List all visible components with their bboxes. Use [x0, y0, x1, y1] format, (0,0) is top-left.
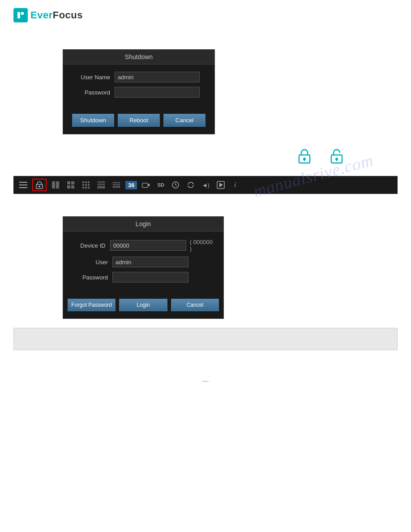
svg-rect-37 [99, 186, 101, 187]
svg-rect-29 [99, 181, 101, 183]
reboot-button[interactable]: Reboot [118, 114, 160, 127]
svg-rect-15 [67, 181, 70, 184]
shutdown-dialog: Shutdown User Name Password Shutdown Reb… [63, 49, 215, 134]
svg-rect-0 [17, 12, 20, 18]
camera-icon[interactable] [140, 180, 152, 190]
svg-rect-26 [85, 187, 87, 189]
username-input[interactable] [115, 72, 200, 82]
device-id-hint: ( 000000 ) [190, 239, 214, 252]
svg-rect-30 [101, 181, 103, 183]
shutdown-button[interactable]: Shutdown [72, 114, 114, 127]
svg-rect-61 [116, 187, 116, 188]
svg-rect-34 [101, 184, 103, 185]
menu-icon[interactable] [17, 180, 30, 190]
grid2-icon[interactable] [49, 180, 62, 190]
svg-rect-54 [113, 186, 114, 187]
cancel-button[interactable]: Cancel [163, 114, 206, 127]
login-dialog: Login Device ID ( 000000 ) User Password… [63, 216, 224, 319]
grid4-icon[interactable] [64, 180, 77, 190]
toolbar-lock-icon[interactable] [32, 179, 47, 191]
svg-rect-47 [117, 182, 118, 183]
shutdown-dialog-body: User Name Password [63, 64, 214, 109]
login-buttons: Forgot Password Login Cancel [63, 294, 223, 318]
svg-rect-18 [71, 185, 74, 189]
svg-rect-22 [82, 184, 84, 186]
sd-icon[interactable]: SD [155, 181, 166, 189]
svg-rect-45 [114, 182, 115, 183]
login-dialog-title: Login [63, 217, 223, 232]
svg-rect-9 [19, 184, 27, 185]
svg-rect-43 [103, 187, 105, 189]
svg-rect-19 [82, 181, 84, 183]
clock-icon[interactable] [169, 180, 182, 190]
svg-rect-52 [117, 184, 118, 185]
svg-marker-72 [219, 183, 223, 187]
svg-rect-21 [88, 181, 90, 183]
svg-rect-17 [67, 185, 70, 189]
user-input[interactable] [112, 257, 188, 267]
play-icon[interactable] [214, 180, 227, 190]
shutdown-buttons: Shutdown Reboot Cancel [63, 109, 214, 134]
svg-point-12 [39, 186, 40, 188]
svg-rect-59 [113, 187, 114, 188]
svg-line-68 [176, 185, 177, 186]
header: EverFocus [0, 0, 411, 27]
forgot-password-button[interactable]: Forgot Password [68, 299, 116, 311]
svg-rect-41 [99, 187, 101, 189]
svg-rect-42 [101, 187, 103, 189]
login-password-field: Password [72, 272, 214, 283]
login-password-label: Password [72, 274, 108, 281]
svg-rect-53 [119, 184, 120, 185]
user-label: User [72, 259, 108, 266]
login-cancel-button[interactable]: Cancel [171, 299, 219, 311]
refresh-icon[interactable] [184, 180, 197, 190]
shutdown-dialog-title: Shutdown [63, 50, 214, 64]
bottom-dash: — [13, 377, 398, 384]
login-password-input[interactable] [112, 272, 188, 283]
grid16-icon[interactable] [95, 180, 107, 190]
grid9-icon[interactable] [80, 180, 92, 190]
username-label: User Name [72, 74, 110, 81]
device-id-input[interactable] [110, 240, 186, 251]
grid-extra-icon[interactable] [110, 180, 123, 190]
svg-rect-50 [114, 184, 115, 185]
login-button[interactable]: Login [119, 299, 167, 311]
svg-rect-14 [56, 181, 59, 189]
svg-rect-64 [142, 183, 148, 188]
svg-marker-65 [148, 184, 150, 187]
svg-rect-38 [101, 186, 103, 187]
login-dialog-body: Device ID ( 000000 ) User Password [63, 232, 223, 294]
svg-rect-32 [98, 184, 99, 185]
svg-rect-39 [103, 186, 105, 187]
logo-text: EverFocus [30, 9, 83, 21]
info-bar [13, 328, 398, 350]
unlocked-icon [330, 148, 344, 167]
svg-rect-31 [103, 181, 105, 183]
svg-rect-63 [119, 187, 120, 188]
svg-rect-58 [119, 186, 120, 187]
svg-rect-1 [21, 12, 24, 15]
svg-rect-28 [98, 181, 99, 183]
svg-rect-24 [88, 184, 90, 186]
svg-rect-33 [99, 184, 101, 185]
user-field: User [72, 257, 214, 267]
info-icon[interactable]: i [230, 180, 240, 190]
password-input[interactable] [115, 87, 200, 98]
username-field: User Name [72, 72, 206, 82]
svg-rect-23 [85, 184, 87, 186]
svg-rect-57 [117, 186, 118, 187]
svg-rect-51 [116, 184, 116, 185]
svg-rect-44 [113, 182, 114, 183]
channel-count: 36 [125, 181, 137, 189]
svg-rect-55 [114, 186, 115, 187]
svg-rect-56 [116, 186, 116, 187]
volume-icon[interactable]: ◄) [200, 180, 212, 190]
password-field: Password [72, 87, 206, 98]
toolbar-bar: 36 SD ◄) [13, 176, 398, 194]
device-id-label: Device ID [72, 242, 106, 249]
svg-rect-46 [116, 182, 116, 183]
lock-icons-row [13, 143, 398, 172]
svg-rect-36 [98, 186, 99, 187]
main-content: manualsrive.com Shutdown User Name Passw… [0, 27, 411, 393]
svg-rect-20 [85, 181, 87, 183]
